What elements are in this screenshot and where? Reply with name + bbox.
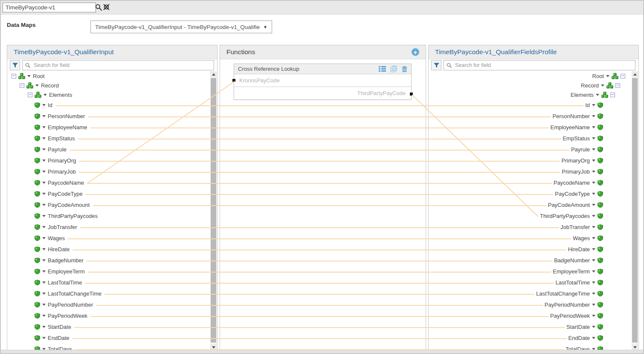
tree-field-row[interactable]: Wages	[429, 232, 638, 244]
tree-field-row[interactable]: EmployeeName	[7, 122, 217, 133]
tree-field-row[interactable]: PrimaryJob	[7, 166, 217, 177]
tree-field-row[interactable]: PrimaryJob	[429, 166, 638, 177]
tree-field-row[interactable]: PayCodeAmount	[429, 199, 638, 210]
field-label[interactable]: Wages	[573, 235, 590, 241]
tree-branch-row[interactable]: Root−	[429, 71, 638, 81]
chevron-down-icon[interactable]	[42, 293, 46, 295]
tree-field-row[interactable]: EmployeeName	[429, 122, 638, 133]
field-label[interactable]: LastTotalChangeTime	[48, 290, 102, 297]
tree-branch-row[interactable]: Elements−	[429, 90, 638, 99]
field-label[interactable]: ThirdPartyPaycodes	[48, 213, 98, 219]
tree-field-row[interactable]: JobTransfer	[429, 221, 638, 232]
clear-search-icon[interactable]	[103, 4, 110, 11]
branch-label[interactable]: Elements	[49, 92, 72, 98]
chevron-down-icon[interactable]	[42, 259, 46, 261]
tree-field-row[interactable]: PayPeriodWeek	[429, 310, 638, 321]
chevron-down-icon[interactable]	[42, 204, 46, 206]
collapse-node-icon[interactable]: −	[610, 93, 615, 97]
tree-field-row[interactable]: LastTotalTime	[429, 277, 638, 288]
chevron-down-icon[interactable]	[592, 171, 595, 173]
tree-field-row[interactable]: BadgeNumber	[7, 255, 217, 266]
field-label[interactable]: LastTotalTime	[48, 279, 82, 286]
field-label[interactable]: Payrule	[48, 146, 67, 153]
chevron-down-icon[interactable]	[42, 160, 46, 162]
tree-branch-row[interactable]: Record−	[429, 81, 638, 90]
chevron-down-icon[interactable]	[592, 281, 595, 284]
tree-field-row[interactable]: EndDate	[429, 332, 638, 343]
tree-field-row[interactable]: PersonNumber	[7, 110, 217, 122]
chevron-down-icon[interactable]	[42, 304, 46, 306]
field-label[interactable]: EmpStatus	[563, 135, 590, 142]
field-label[interactable]: HireDate	[48, 246, 70, 252]
tree-field-row[interactable]: BadgeNumber	[429, 255, 638, 266]
field-label[interactable]: Id	[585, 102, 590, 108]
chevron-down-icon[interactable]	[592, 115, 595, 117]
chevron-down-icon[interactable]	[592, 215, 595, 217]
delete-function-icon[interactable]	[402, 66, 407, 72]
data-map-selector[interactable]: TimeByPaycode-v1_QualifierInput - TimeBy…	[90, 20, 272, 33]
branch-label[interactable]: Root	[33, 73, 44, 79]
field-label[interactable]: PrimaryJob	[562, 168, 590, 175]
tree-field-row[interactable]: PrimaryOrg	[429, 155, 638, 166]
tree-field-row[interactable]: PayPeriodWeek	[7, 310, 217, 321]
field-label[interactable]: EndDate	[48, 335, 70, 341]
function-output-connector[interactable]	[410, 93, 413, 96]
field-label[interactable]: PayPeriodNumber	[48, 302, 93, 308]
target-field-search-input[interactable]	[454, 62, 632, 69]
chevron-down-icon[interactable]	[42, 226, 46, 228]
chevron-down-icon[interactable]	[42, 270, 46, 273]
chevron-down-icon[interactable]	[592, 126, 595, 128]
tree-field-row[interactable]: Wages	[7, 232, 217, 244]
scrollbar-thumb[interactable]	[632, 78, 638, 342]
tree-field-row[interactable]: TotalDays	[429, 343, 638, 350]
chevron-down-icon[interactable]	[42, 148, 46, 151]
field-label[interactable]: EndDate	[568, 335, 590, 341]
field-label[interactable]: Id	[48, 102, 52, 108]
chevron-down-icon[interactable]	[592, 315, 595, 317]
field-label[interactable]: Payrule	[571, 146, 590, 153]
chevron-down-icon[interactable]	[592, 337, 595, 339]
tree-field-row[interactable]: PayPeriodNumber	[7, 299, 217, 310]
chevron-down-icon[interactable]	[592, 160, 595, 162]
chevron-down-icon[interactable]	[42, 193, 46, 195]
chevron-down-icon[interactable]	[592, 293, 595, 295]
field-label[interactable]: PayCodeType	[555, 191, 590, 197]
field-label[interactable]: HireDate	[568, 246, 590, 252]
collapse-node-icon[interactable]: −	[615, 83, 620, 88]
field-label[interactable]: PersonNumber	[48, 113, 85, 119]
field-label[interactable]: PayPeriodWeek	[48, 313, 87, 319]
target-scrollbar[interactable]	[632, 71, 638, 350]
copy-function-icon[interactable]	[391, 66, 397, 72]
source-scrollbar[interactable]	[210, 71, 217, 350]
collapse-node-icon[interactable]: −	[621, 74, 625, 78]
tree-field-row[interactable]: EmployeeTerm	[7, 266, 217, 277]
field-label[interactable]: PaycodeName	[554, 180, 590, 186]
tree-field-row[interactable]: EmpStatus	[429, 133, 638, 144]
field-label[interactable]: LastTotalTime	[556, 279, 590, 286]
chevron-down-icon[interactable]	[42, 171, 46, 173]
field-label[interactable]: PayCodeAmount	[48, 202, 90, 208]
tree-branch-row[interactable]: −Elements	[7, 90, 217, 99]
tree-field-row[interactable]: PayCodeType	[429, 188, 638, 199]
chevron-down-icon[interactable]	[592, 137, 595, 139]
scroll-down-button[interactable]	[210, 344, 217, 350]
chevron-down-icon[interactable]	[42, 115, 46, 117]
process-search-input[interactable]	[3, 3, 96, 12]
filter-button[interactable]	[10, 60, 20, 70]
field-label[interactable]: StartDate	[566, 324, 590, 330]
chevron-down-icon[interactable]	[42, 281, 46, 284]
tree-field-row[interactable]: Id	[429, 99, 638, 110]
function-output-row[interactable]: ThirdPartyPayCode	[234, 87, 411, 99]
chevron-down-icon[interactable]	[601, 84, 604, 87]
chevron-down-icon[interactable]	[592, 182, 595, 184]
tree-field-row[interactable]: JobTransfer	[7, 221, 217, 232]
filter-button[interactable]	[431, 60, 441, 70]
tree-field-row[interactable]: EmpStatus	[7, 133, 217, 144]
field-label[interactable]: PrimaryJob	[48, 168, 76, 175]
field-label[interactable]: JobTransfer	[48, 224, 77, 230]
chevron-down-icon[interactable]	[592, 104, 595, 106]
branch-label[interactable]: Elements	[571, 92, 594, 98]
scrollbar-thumb[interactable]	[211, 78, 216, 342]
chevron-down-icon[interactable]	[592, 237, 595, 239]
function-input-row[interactable]: KronosPayCode	[234, 74, 411, 87]
